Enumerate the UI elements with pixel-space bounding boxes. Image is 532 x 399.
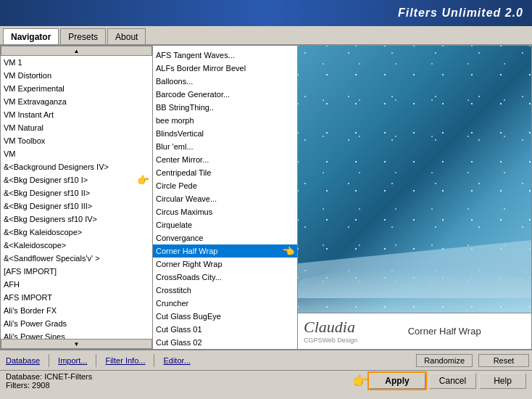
apply-btn-wrapper: 👉 Apply [368, 372, 426, 390]
list-item[interactable]: VM Natural [1, 121, 152, 134]
tab-presets[interactable]: Presets [60, 28, 106, 44]
list-item[interactable]: &<Bkg Designers sf10 IV> [1, 213, 152, 226]
list-item[interactable]: &<Bkg Designer sf10 II> [1, 186, 152, 200]
filter-list-item[interactable]: Circle Pede [153, 179, 297, 192]
list-item[interactable]: &<Bkg Designer sf10 I>👉 [1, 173, 152, 186]
filter-info-button[interactable]: Filter Info... [102, 355, 148, 366]
filter-list-item[interactable]: Cut Glass 01 [153, 323, 297, 336]
cancel-button[interactable]: Cancel [429, 373, 476, 389]
filter-list-item[interactable]: Cruncher [153, 297, 297, 310]
filter-list-item[interactable]: BlindsVertical [153, 127, 297, 140]
list-item[interactable]: VM [1, 147, 152, 160]
filter-list-item[interactable]: Blur 'eml... [153, 140, 297, 153]
list-item[interactable]: VM Instant Art [1, 108, 152, 121]
list-item[interactable]: Ali's Power Grads [1, 317, 152, 330]
left-scroll-up-button[interactable]: ▲ [1, 46, 152, 56]
watermark-logo: Claudia CGPSWeb Design [304, 318, 357, 345]
bottom-toolbar: Database Import... Filter Info... Editor… [0, 350, 532, 370]
status-text: Database: ICNET-Filters Filters: 2908 [6, 372, 365, 390]
filter-list-item[interactable]: Cirquelate [153, 218, 297, 231]
filter-list-item[interactable]: BB StringThing.. [153, 101, 297, 114]
filter-list-item[interactable]: CrossRoads City... [153, 271, 297, 284]
filter-list[interactable]: 4 Way AverageAF62 Effected Emboss...AFS … [153, 46, 297, 349]
editor-button[interactable]: Editor... [160, 355, 193, 366]
list-item[interactable]: &<Bkg Kaleidoscope> [1, 226, 152, 239]
filter-list-item[interactable]: bee morph [153, 114, 297, 127]
list-item[interactable]: &<Kaleidoscope> [1, 239, 152, 252]
title-bar: Filters Unlimited 2.0 [0, 0, 532, 26]
filters-label: Filters: [6, 381, 30, 390]
list-item[interactable]: [AFS IMPORT] [1, 265, 152, 278]
preview-wave [298, 269, 531, 313]
preview-area [298, 46, 531, 313]
tab-about[interactable]: About [107, 28, 146, 44]
filter-list-item[interactable]: Barcode Generator... [153, 88, 297, 101]
list-item[interactable]: &<Sandflower Specials'v' > [1, 252, 152, 265]
toolbar-separator-1 [49, 354, 49, 367]
filter-list-item[interactable]: Convergance [153, 231, 297, 244]
filter-list-item[interactable]: Corner Right Wrap [153, 258, 297, 271]
list-item[interactable]: VM Toolbox [1, 134, 152, 147]
import-button[interactable]: Import... [55, 355, 90, 366]
filter-list-item[interactable]: ALFs Border Mirror Bevel [153, 62, 297, 75]
filter-list-item[interactable]: AFS Tangent Waves... [153, 49, 297, 62]
database-label: Database: [6, 372, 42, 381]
middle-panel: 4 Way AverageAF62 Effected Emboss...AFS … [153, 46, 298, 349]
filter-list-item[interactable]: Corner Half Wrap👈 [153, 244, 297, 258]
apply-arrow-icon: 👉 [352, 373, 368, 389]
list-item[interactable]: &<Background Designers IV> [1, 160, 152, 173]
filter-list-item[interactable]: Balloons... [153, 75, 297, 88]
randomize-button[interactable]: Randomize [416, 354, 473, 367]
database-value: ICNET-Filters [44, 372, 92, 381]
list-item[interactable]: VM Experimental [1, 82, 152, 95]
left-scroll-container: ▲ VM 1VM DistortionVM ExperimentalVM Ext… [1, 46, 152, 349]
toolbar-separator-3 [154, 354, 154, 367]
list-item[interactable]: Ali's Power Sines [1, 330, 152, 339]
middle-list-wrapper: 4 Way AverageAF62 Effected Emboss...AFS … [153, 46, 297, 349]
list-item[interactable]: &<Bkg Designer sf10 III> [1, 200, 152, 213]
selected-filter-arrow-icon: 👈 [282, 245, 294, 257]
filter-list-item[interactable]: Center Mirror... [153, 153, 297, 166]
watermark-area: Claudia CGPSWeb Design Corner Half Wrap [298, 313, 531, 349]
filters-value: 2908 [32, 381, 49, 390]
list-item[interactable]: Ali's Border FX [1, 304, 152, 317]
tab-navigator[interactable]: Navigator [3, 28, 59, 44]
left-panel: ▲ VM 1VM DistortionVM ExperimentalVM Ext… [1, 46, 153, 349]
list-item[interactable]: VM Extravaganza [1, 95, 152, 108]
left-scroll-down-button[interactable]: ▼ [1, 339, 152, 349]
selected-arrow-icon: 👉 [137, 174, 149, 186]
list-item[interactable]: AFS IMPORT [1, 291, 152, 304]
apply-button[interactable]: Apply [368, 372, 426, 390]
filter-list-item[interactable]: Crosstitch [153, 284, 297, 297]
reset-button[interactable]: Reset [478, 354, 529, 367]
filter-list-item[interactable]: Cut Glass BugEye [153, 310, 297, 323]
list-item[interactable]: VM 1 [1, 56, 152, 69]
main-content: ▲ VM 1VM DistortionVM ExperimentalVM Ext… [0, 45, 532, 350]
app-title: Filters Unlimited 2.0 [398, 7, 523, 20]
filter-name-display: Corner Half Wrap [363, 326, 525, 337]
status-bar: Database: ICNET-Filters Filters: 2908 👉 … [0, 370, 532, 390]
list-item[interactable]: AFH [1, 278, 152, 291]
tab-bar: Navigator Presets About [0, 26, 532, 45]
filter-list-item[interactable]: Cut Glass 02 [153, 336, 297, 349]
filter-list-item[interactable]: Circus Maximus [153, 205, 297, 218]
toolbar-separator-2 [96, 354, 96, 367]
left-side-scroll-wrapper: VM 1VM DistortionVM ExperimentalVM Extra… [1, 56, 152, 339]
database-button[interactable]: Database [3, 355, 43, 366]
filter-list-item[interactable]: Circular Weave... [153, 192, 297, 205]
help-button[interactable]: Help [479, 373, 526, 389]
right-panel: Claudia CGPSWeb Design Corner Half Wrap [298, 46, 531, 349]
list-item[interactable]: VM Distortion [1, 69, 152, 82]
filter-list-item[interactable]: Centripedal Tile [153, 166, 297, 179]
category-list[interactable]: VM 1VM DistortionVM ExperimentalVM Extra… [1, 56, 152, 339]
